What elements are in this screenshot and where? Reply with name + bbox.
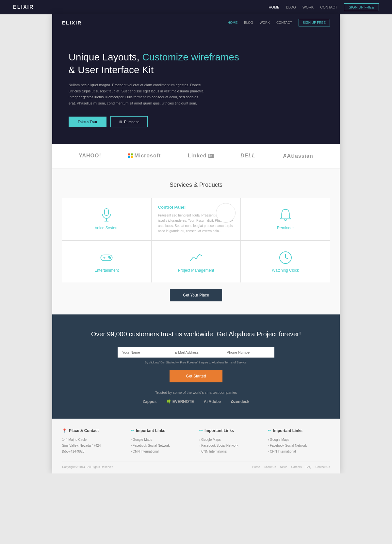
global-logo: ELIXIR [13, 4, 34, 10]
global-nav-links: HOME BLOG WORK CONTACT SIGN UP FREE [269, 3, 379, 11]
footer-link-3-1[interactable]: Google Maps [268, 437, 330, 443]
footer-link-3-2[interactable]: Facebook Social Network [268, 443, 330, 449]
footer-link-1-2[interactable]: Facebook Social Network [131, 443, 193, 449]
hero-headline-accent: Customize wireframes [142, 52, 239, 62]
hero-headline-part1: Unique Layouts, [69, 52, 142, 62]
footer-bottom-home[interactable]: Home [252, 465, 260, 469]
cta-headline: Over 99,000 customers trust us worldwide… [62, 329, 330, 339]
footer-links-3: ✏ Important Links Google Maps Facebook S… [268, 428, 330, 455]
cta-name-input[interactable] [118, 347, 170, 358]
footer-links-2: ✏ Important Links Google Maps Facebook S… [199, 428, 261, 455]
reminder-label: Reminder [277, 226, 294, 230]
footer: 📍 Place & Contact 144 Majno Circle Simi … [52, 419, 340, 473]
footer-link-2-2[interactable]: Facebook Social Network [199, 443, 261, 449]
global-nav: ELIXIR HOME BLOG WORK CONTACT SIGN UP FR… [0, 0, 392, 14]
footer-contact-title: 📍 Place & Contact [62, 428, 124, 433]
footer-link-1-1[interactable]: Google Maps [131, 437, 193, 443]
cta-disclaimer: By clicking "Get Started — Free Forever"… [62, 361, 330, 364]
service-card-voice: Voice System [62, 198, 151, 240]
brand-yahoo: YAHOO! [79, 153, 101, 159]
footer-address-line2: Simi Valley, Nevada 47424 [62, 443, 124, 449]
brands-section: YAHOO! Microsoft Linkedin DELL ✗Atlassia… [52, 144, 340, 168]
microsoft-icon [128, 153, 133, 158]
inner-nav: ELIXIR HOME BLOG WORK CONTACT SIGN UP FR… [52, 14, 340, 31]
brand-dell: DELL [240, 153, 255, 159]
footer-contact: 📍 Place & Contact 144 Majno Circle Simi … [62, 428, 124, 455]
take-tour-button[interactable]: Take a Tour [69, 117, 106, 127]
clock-icon [278, 250, 293, 265]
footer-links-3-title: ✏ Important Links [268, 428, 330, 433]
hero-section: Unique Layouts, Customize wireframes & U… [52, 31, 340, 144]
footer-bottom-faq[interactable]: FAQ [305, 465, 311, 469]
footer-phone: (555) 414-9826 [62, 449, 124, 455]
svg-point-7 [108, 256, 110, 258]
footer-bottom: Copyright © 2014 - All Rights Reserved H… [62, 461, 330, 469]
footer-link-3-3[interactable]: CNN International [268, 449, 330, 455]
hero-body: Nullam nec aliquet magna. Praesent vel e… [69, 82, 206, 106]
featured-circle [216, 203, 236, 223]
inner-nav-work[interactable]: WORK [260, 21, 270, 24]
inner-signup-button[interactable]: SIGN UP FREE [299, 19, 330, 26]
cta-email-input[interactable] [170, 347, 222, 358]
copyright: Copyright © 2014 - All Rights Reserved [62, 465, 113, 469]
inner-nav-blog[interactable]: BLOG [244, 21, 253, 24]
service-card-control: Control Panel Praesent sed hendrerit lig… [152, 198, 241, 240]
svg-point-8 [110, 257, 111, 259]
control-panel-title: Control Panel [158, 205, 186, 210]
footer-link-2-1[interactable]: Google Maps [199, 437, 261, 443]
svg-line-11 [286, 258, 288, 259]
inner-nav-links: HOME BLOG WORK CONTACT SIGN UP FREE [228, 19, 330, 26]
inner-logo: ELIXIR [62, 20, 82, 25]
evernote-logo: 🍀 EVERNOTE [166, 399, 194, 404]
global-nav-blog[interactable]: BLOG [286, 5, 296, 9]
footer-bottom-news[interactable]: News [280, 465, 287, 469]
hero-headline-part2: & User Interface Kit [69, 64, 154, 75]
footer-bottom-contact[interactable]: Contact Us [315, 465, 330, 469]
global-nav-work[interactable]: WORK [302, 5, 314, 9]
footer-address-line1: 144 Majno Circle [62, 437, 124, 443]
location-icon: 📍 [62, 428, 67, 433]
global-nav-contact[interactable]: CONTACT [320, 5, 337, 9]
footer-bottom-about[interactable]: About Us [264, 465, 276, 469]
entertainment-label: Entertainment [94, 268, 119, 273]
trusted-text: Trusted by some of the world's smartest … [62, 391, 330, 394]
footer-links-1: ✏ Important Links Google Maps Facebook S… [131, 428, 193, 455]
footer-grid: 📍 Place & Contact 144 Majno Circle Simi … [62, 428, 330, 455]
service-card-entertainment: Entertainment [62, 241, 151, 282]
svg-rect-0 [105, 209, 108, 216]
footer-link-2-3[interactable]: CNN International [199, 449, 261, 455]
services-section: Services & Products Voice System Control [52, 168, 340, 314]
global-signup-button[interactable]: SIGN UP FREE [344, 3, 379, 11]
inner-nav-contact[interactable]: CONTACT [276, 21, 292, 24]
cta-form [62, 347, 330, 358]
cta-phone-input[interactable] [222, 347, 274, 358]
inner-nav-home[interactable]: HOME [228, 21, 237, 24]
services-grid: Voice System Control Panel Praesent sed … [62, 198, 330, 282]
gamepad-icon [99, 250, 114, 265]
brand-linkedin: Linkedin [188, 153, 214, 159]
bell-icon [278, 208, 293, 222]
trusted-logos: Zappos 🍀 EVERNOTE Ai Adobe ✿zendesk [62, 399, 330, 404]
service-card-project: Project Management [152, 241, 241, 282]
footer-bottom-links: Home About Us News Careers FAQ Contact U… [252, 465, 330, 469]
brand-microsoft: Microsoft [128, 153, 161, 159]
footer-links-2-title: ✏ Important Links [199, 428, 261, 433]
footer-bottom-careers[interactable]: Careers [291, 465, 302, 469]
linkedin-icon: in [208, 154, 214, 158]
watching-clock-label: Watching Clock [272, 268, 299, 273]
footer-link-1-3[interactable]: CNN International [131, 449, 193, 455]
purchase-button[interactable]: 🖥 Purchase [110, 116, 147, 127]
voice-system-label: Voice System [95, 226, 119, 230]
footer-links-1-title: ✏ Important Links [131, 428, 193, 433]
get-place-button[interactable]: Get Your Place [170, 289, 222, 301]
pencil-icon-3: ✏ [268, 428, 271, 433]
zappos-logo: Zappos [143, 399, 157, 404]
global-nav-home[interactable]: HOME [269, 5, 279, 9]
pencil-icon-2: ✏ [199, 428, 203, 433]
services-title: Services & Products [62, 182, 330, 188]
brand-atlassian: ✗Atlassian [283, 153, 313, 159]
get-started-button[interactable]: Get Started [170, 370, 222, 382]
cta-section: Over 99,000 customers trust us worldwide… [52, 314, 340, 419]
pencil-icon-1: ✏ [131, 428, 134, 433]
microphone-icon [99, 208, 114, 222]
